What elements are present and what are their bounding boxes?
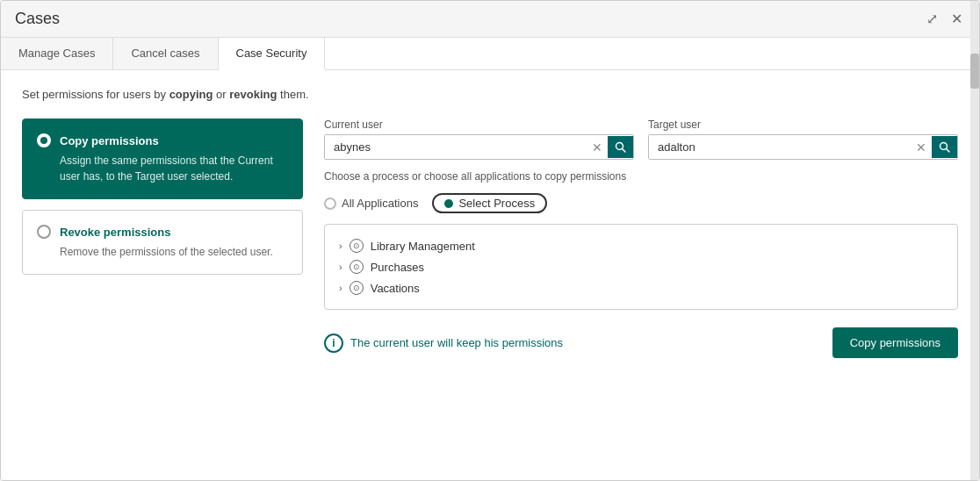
select-process-label: Select Process	[458, 197, 535, 210]
list-item[interactable]: › ⊙ Vacations	[339, 277, 943, 298]
current-user-clear[interactable]: ✕	[587, 140, 608, 154]
description-bold-revoking: revoking	[229, 88, 277, 101]
title-bar-icons: ⤢ ✕	[923, 11, 965, 28]
copy-card-header: Copy permissions	[37, 133, 288, 147]
copy-title: Copy permissions	[60, 134, 159, 147]
target-user-input-wrapper: ✕	[648, 134, 958, 160]
left-panel: Copy permissions Assign the same permiss…	[22, 118, 303, 463]
info-message: i The current user will keep his permiss…	[324, 334, 563, 353]
tab-case-security[interactable]: Case Security	[219, 38, 326, 70]
target-user-clear[interactable]: ✕	[911, 140, 932, 154]
process-label: Choose a process or choose all applicati…	[324, 170, 958, 183]
all-applications-radio[interactable]	[324, 197, 336, 210]
revoke-radio[interactable]	[37, 225, 51, 239]
list-item[interactable]: › ⊙ Purchases	[339, 256, 943, 277]
bottom-bar: i The current user will keep his permiss…	[324, 327, 958, 358]
revoke-permissions-card[interactable]: Revoke permissions Remove the permission…	[22, 210, 303, 275]
process-list: › ⊙ Library Management › ⊙ Purchases › ⊙…	[324, 224, 958, 310]
chevron-icon: ›	[339, 262, 342, 272]
chevron-icon: ›	[339, 283, 342, 293]
info-text: The current user will keep his permissio…	[350, 336, 563, 349]
process-icon: ⊙	[349, 260, 364, 274]
right-panel: Current user ✕	[324, 118, 958, 463]
description-text: Set permissions for users by copying or …	[22, 88, 958, 101]
copy-desc: Assign the same permissions that the Cur…	[37, 153, 288, 184]
process-name: Library Management	[371, 240, 475, 253]
scrollbar-thumb[interactable]	[970, 54, 979, 89]
current-user-input-wrapper: ✕	[324, 134, 634, 160]
copy-radio[interactable]	[37, 133, 51, 147]
revoke-card-header: Revoke permissions	[37, 225, 288, 239]
tabs-bar: Manage Cases Cancel cases Case Security	[1, 38, 979, 70]
select-process-badge[interactable]: Select Process	[432, 193, 547, 213]
description-bold-copying: copying	[169, 88, 213, 101]
svg-line-3	[947, 149, 950, 153]
description-prefix: Set permissions for users by	[22, 88, 169, 101]
scrollbar[interactable]	[970, 1, 979, 480]
target-user-label: Target user	[648, 118, 958, 131]
current-user-label: Current user	[324, 118, 634, 131]
description-suffix: them.	[280, 88, 309, 101]
copy-permissions-card[interactable]: Copy permissions Assign the same permiss…	[22, 118, 303, 199]
cases-window: Cases ⤢ ✕ Manage Cases Cancel cases Case…	[0, 0, 980, 481]
revoke-title: Revoke permissions	[60, 226, 170, 239]
process-name: Purchases	[371, 261, 424, 274]
tab-manage-cases[interactable]: Manage Cases	[1, 38, 113, 69]
current-user-group: Current user ✕	[324, 118, 634, 160]
content-area: Copy permissions Assign the same permiss…	[22, 118, 958, 463]
title-bar: Cases ⤢ ✕	[1, 1, 979, 38]
target-user-group: Target user ✕	[648, 118, 958, 160]
process-options: All Applications Select Process	[324, 193, 958, 213]
all-applications-label: All Applications	[342, 197, 418, 210]
current-user-search-btn[interactable]	[608, 136, 633, 158]
chevron-icon: ›	[339, 240, 342, 251]
tab-cancel-cases[interactable]: Cancel cases	[113, 38, 218, 69]
process-icon: ⊙	[349, 281, 364, 295]
target-user-search-btn[interactable]	[932, 136, 957, 158]
all-applications-option[interactable]: All Applications	[324, 197, 418, 210]
revoke-desc: Remove the permissions of the selected u…	[37, 244, 288, 260]
select-process-dot	[444, 199, 453, 208]
user-fields-row: Current user ✕	[324, 118, 958, 160]
process-name: Vacations	[371, 282, 420, 295]
window-title: Cases	[15, 10, 60, 28]
close-icon[interactable]: ✕	[948, 11, 965, 28]
list-item[interactable]: › ⊙ Library Management	[339, 235, 943, 256]
description-middle: or	[216, 88, 229, 101]
svg-line-1	[623, 149, 626, 153]
target-user-input[interactable]	[649, 135, 911, 159]
process-icon: ⊙	[349, 239, 364, 253]
info-icon: i	[324, 334, 343, 353]
main-content: Set permissions for users by copying or …	[1, 70, 979, 480]
copy-permissions-button[interactable]: Copy permissions	[832, 327, 958, 358]
expand-icon[interactable]: ⤢	[923, 11, 940, 28]
current-user-input[interactable]	[325, 135, 587, 159]
